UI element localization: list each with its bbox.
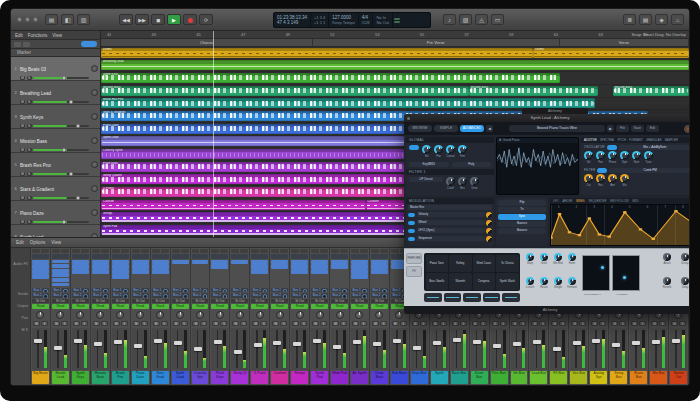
volume-slider[interactable] bbox=[33, 77, 89, 80]
insert-slot[interactable] bbox=[371, 264, 388, 268]
send-slot[interactable]: Bus 1 bbox=[192, 288, 209, 293]
output-slot[interactable]: St Out bbox=[152, 299, 169, 304]
solo-button[interactable]: S bbox=[400, 321, 407, 326]
setting-button[interactable] bbox=[172, 249, 180, 253]
instrument-slot[interactable] bbox=[112, 254, 129, 259]
output-slot[interactable]: St Out bbox=[112, 299, 129, 304]
channel-name-label[interactable]: Mix Bus bbox=[650, 371, 667, 384]
solo-button[interactable]: S bbox=[141, 321, 148, 326]
mute-button[interactable]: M bbox=[252, 321, 259, 326]
insert-slot[interactable] bbox=[112, 264, 129, 268]
region[interactable]: Drums bbox=[533, 48, 689, 58]
mute-button[interactable]: M bbox=[392, 321, 399, 326]
knob-res[interactable]: Res bbox=[596, 174, 605, 187]
channel-name-label[interactable]: Sub Bass bbox=[391, 371, 408, 384]
knob-fine[interactable]: Fine bbox=[458, 145, 467, 158]
cycle-button[interactable]: ⟳ bbox=[199, 14, 213, 25]
instrument-slot[interactable] bbox=[291, 254, 308, 259]
fader[interactable] bbox=[471, 328, 488, 371]
pan-knob[interactable] bbox=[36, 311, 44, 319]
send-slot[interactable]: Bus 2 bbox=[351, 293, 368, 298]
knob-icon[interactable] bbox=[596, 151, 605, 160]
send-slot[interactable]: Bus 1 bbox=[152, 288, 169, 293]
instrument-slot[interactable] bbox=[52, 254, 69, 259]
rewind-button[interactable]: ◀◀ bbox=[119, 14, 133, 25]
duplicate-track-icon[interactable] bbox=[23, 42, 30, 47]
instrument-slot[interactable] bbox=[231, 254, 248, 259]
send-slot[interactable]: Bus 1 bbox=[112, 288, 129, 293]
solo-button[interactable]: S bbox=[500, 321, 507, 326]
channel-strip[interactable]: Bus 1 Bus 2 St Out Read MS Synth Keys bbox=[71, 248, 91, 385]
fader[interactable] bbox=[52, 328, 69, 371]
pan-knob[interactable] bbox=[91, 185, 98, 192]
channel-strip[interactable]: Bus 1 Bus 2 St Out Read MS X-Piano bbox=[250, 248, 270, 385]
send-slot[interactable]: Bus 1 bbox=[52, 288, 69, 293]
knob-amt[interactable]: Amt bbox=[608, 174, 617, 187]
fader[interactable] bbox=[630, 328, 647, 371]
mute-button[interactable]: M bbox=[153, 321, 160, 326]
menu-view[interactable]: View bbox=[52, 33, 62, 38]
tab-granular[interactable]: GRANULAR bbox=[646, 138, 662, 142]
insert-slot[interactable] bbox=[351, 260, 368, 264]
mod-depth-knob[interactable] bbox=[486, 212, 492, 218]
volume-slider[interactable] bbox=[33, 149, 89, 152]
solo-button[interactable]: S bbox=[27, 172, 32, 176]
instrument-slot[interactable] bbox=[32, 254, 49, 259]
transform-pad-cell[interactable]: Piano Tone bbox=[426, 255, 449, 272]
automation-mode[interactable]: Read bbox=[211, 304, 228, 309]
fader[interactable] bbox=[211, 328, 228, 371]
fader-cap[interactable] bbox=[154, 339, 162, 343]
knob-icon[interactable] bbox=[568, 277, 576, 285]
fader[interactable] bbox=[670, 328, 687, 371]
solo-button[interactable]: S bbox=[460, 321, 467, 326]
fader-cap[interactable] bbox=[94, 342, 102, 346]
automation-mode[interactable]: Read bbox=[311, 304, 328, 309]
mixer-menu-edit[interactable]: Edit bbox=[16, 240, 24, 245]
instrument-slot[interactable] bbox=[92, 254, 109, 259]
inspector-icon[interactable]: ◧ bbox=[61, 14, 74, 25]
knob-mix[interactable]: Mix bbox=[620, 174, 629, 187]
pan-knob[interactable] bbox=[76, 311, 84, 319]
tab-pitch[interactable]: PITCH bbox=[618, 138, 626, 142]
mod-toggle[interactable] bbox=[408, 237, 415, 241]
mute-button[interactable]: M bbox=[372, 321, 379, 326]
channel-name-label[interactable]: Brass Bus bbox=[630, 371, 647, 384]
knob-cutoff[interactable]: Cutoff bbox=[446, 177, 455, 190]
alchemy-plugin-window[interactable]: Alchemy Synth Lead - Alchemy BROWSE SIMP… bbox=[404, 114, 690, 314]
volume-slider[interactable] bbox=[33, 125, 89, 128]
insert-slot[interactable] bbox=[331, 260, 348, 264]
send-slot[interactable]: Bus 1 bbox=[311, 288, 328, 293]
instrument-slot[interactable] bbox=[192, 254, 209, 259]
insert-slot[interactable] bbox=[291, 269, 308, 273]
output-slot[interactable]: St Out bbox=[132, 299, 149, 304]
channel-strip[interactable]: Bus 1 Bus 2 St Out Read MS Strings bbox=[290, 248, 310, 385]
arrangement-section[interactable]: Pre Verse bbox=[313, 39, 560, 46]
mod-row[interactable]: LFO1 (Sync) bbox=[406, 227, 494, 235]
mute-button[interactable]: M bbox=[332, 321, 339, 326]
tab-formant[interactable]: FORMANT bbox=[629, 138, 643, 142]
solo-button[interactable]: S bbox=[27, 124, 32, 128]
knob-icon[interactable] bbox=[540, 253, 548, 261]
solo-button[interactable]: S bbox=[27, 148, 32, 152]
instrument-slot[interactable] bbox=[331, 254, 348, 259]
perform-tab-fx[interactable]: FX bbox=[406, 266, 422, 277]
edit-button[interactable]: Edit bbox=[646, 125, 659, 132]
mute-button[interactable]: M bbox=[651, 321, 658, 326]
mod-row[interactable]: Sequencer bbox=[406, 235, 494, 243]
perform-right-knobs[interactable]: AttackDecayReverbDelay bbox=[658, 253, 690, 301]
automation-mode[interactable]: Read bbox=[72, 304, 89, 309]
instrument-slot[interactable] bbox=[72, 254, 89, 259]
setting-button[interactable] bbox=[231, 249, 239, 253]
pan-knob[interactable] bbox=[236, 311, 244, 319]
track-header[interactable]: 5 Brash Res Pno M S bbox=[11, 153, 100, 177]
knob-icon[interactable] bbox=[608, 174, 617, 183]
transform-pad-cell[interactable]: To Christa bbox=[496, 255, 519, 272]
mixer-menu-options[interactable]: Options bbox=[30, 240, 46, 245]
instrument-slot[interactable] bbox=[251, 254, 268, 259]
env-tab-sequencer[interactable]: SEQUENCER bbox=[589, 199, 607, 203]
automation-mode[interactable]: Read bbox=[371, 304, 388, 309]
perform-right-knob[interactable]: Decay bbox=[676, 253, 690, 277]
solo-button[interactable]: S bbox=[440, 321, 447, 326]
perform-side-tabs[interactable]: PERFORMFX bbox=[406, 253, 422, 277]
arrangement-section[interactable]: Verse bbox=[560, 39, 689, 46]
